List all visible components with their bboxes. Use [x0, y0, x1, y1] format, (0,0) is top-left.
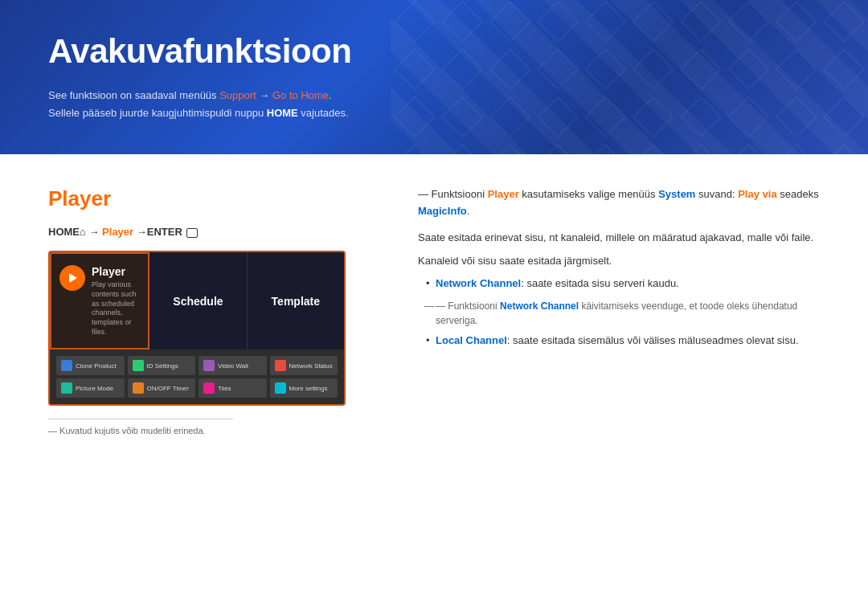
subtitle-line2-pre: Sellele pääseb juurde kaugjuhtimispuldi … — [48, 107, 267, 119]
clone-product-label: Clone Product — [76, 362, 117, 370]
page-title: Avakuvafunktsioon — [48, 32, 820, 71]
network-channel-rest: : saate esitada sisu serveri kaudu. — [521, 277, 679, 289]
section-title: Player — [48, 186, 370, 211]
breadcrumb-enter: ENTER — [147, 226, 182, 238]
enter-icon — [186, 228, 198, 238]
id-settings-icon — [133, 360, 144, 371]
grid-item-more-settings[interactable]: More settings — [270, 378, 338, 398]
network-status-icon — [275, 360, 286, 371]
template-label: Template — [256, 295, 336, 308]
bullet-item-network-channel: Network Channel: saate esitada sisu serv… — [426, 276, 820, 292]
subtitle-line1-pre: See funktsioon on saadaval menüüs — [48, 89, 219, 101]
local-channel-label: Local Channel — [436, 334, 507, 346]
picture-mode-label: Picture Mode — [76, 385, 113, 392]
player-desc: Play various contents such as scheduled … — [92, 280, 140, 337]
clone-product-icon — [61, 360, 72, 371]
network-status-label: Network Status — [289, 362, 333, 370]
picture-mode-icon — [61, 382, 72, 394]
grid-item-picture-mode[interactable]: Picture Mode — [56, 378, 125, 398]
sub-note-pre: ― Funktsiooni — [436, 300, 500, 312]
header-banner: Avakuvafunktsioon See funktsioon on saad… — [0, 0, 868, 154]
player-label: Player — [92, 265, 140, 278]
intro-mid1: kasutamiseks valige menüüs — [519, 188, 658, 200]
more-settings-icon — [275, 382, 286, 394]
grid-item-tiles[interactable]: Tiles — [199, 378, 267, 398]
sub-note: ― Funktsiooni Network Channel käivitamis… — [418, 299, 820, 328]
grid-item-clone-product[interactable]: Clone Product — [56, 356, 125, 375]
bullet-list: Network Channel: saate esitada sisu serv… — [418, 276, 820, 292]
grid-item-network-status[interactable]: Network Status — [270, 356, 338, 375]
left-column: Player HOME⌂ → Player →ENTER Player Play — [48, 186, 370, 435]
on-off-timer-icon — [133, 382, 144, 394]
bullet-item-local-channel: Local Channel: saate esitada sisemälus v… — [426, 333, 820, 349]
svg-rect-1 — [391, 0, 868, 154]
tiles-icon — [203, 382, 215, 394]
main-content: Player HOME⌂ → Player →ENTER Player Play — [0, 154, 868, 468]
player-menu-item-player[interactable]: Player Play various contents such as sch… — [50, 252, 149, 349]
intro-play-via: Play via — [738, 188, 776, 200]
bottom-grid: Clone Product ID Settings Video Wall Net… — [50, 349, 344, 404]
grid-item-video-wall[interactable]: Video Wall — [199, 356, 267, 375]
intro-magicinfo: MagicInfo — [418, 205, 467, 217]
local-channel-rest: : saate esitada sisemälus või välises mä… — [507, 334, 799, 346]
go-to-home-link: Go to Home — [272, 89, 329, 101]
video-wall-icon — [203, 360, 215, 371]
network-channel-label: Network Channel — [436, 277, 521, 289]
svg-marker-2 — [69, 273, 77, 283]
header-subtitle: See funktsioon on saadaval menüüs Suppor… — [48, 87, 820, 122]
body-text-2: Kanaleid või sisu saate esitada järgmise… — [418, 253, 820, 270]
subtitle-line1-post: . — [329, 89, 332, 101]
video-wall-label: Video Wall — [218, 362, 248, 370]
intro-system: System — [658, 188, 695, 200]
intro-mid2: suvand: — [695, 188, 738, 200]
intro-paragraph: ― Funktsiooni Player kasutamiseks valige… — [418, 186, 820, 220]
id-settings-label: ID Settings — [147, 362, 178, 370]
intro-mid3: seadeks — [777, 188, 819, 200]
on-off-timer-label: ON/OFF Timer — [147, 385, 189, 392]
breadcrumb-arrow1: → — [86, 226, 102, 238]
player-icon — [59, 265, 85, 291]
player-screenshot: Player Play various contents such as sch… — [48, 251, 346, 406]
breadcrumb-home: HOME — [48, 226, 80, 238]
bullet-list-2: Local Channel: saate esitada sisemälus v… — [418, 333, 820, 349]
subtitle-arrow: → — [256, 89, 272, 101]
player-menu-item-template[interactable]: Template — [248, 252, 344, 349]
player-menu-item-schedule[interactable]: Schedule — [149, 252, 247, 349]
home-bold: HOME — [267, 107, 298, 119]
intro-player: Player — [488, 188, 519, 200]
schedule-label: Schedule — [158, 295, 238, 308]
breadcrumb-arrow2: → — [133, 226, 147, 238]
breadcrumb-player: Player — [102, 226, 133, 238]
more-settings-label: More settings — [289, 385, 328, 392]
subtitle-line2-post: vajutades. — [298, 107, 349, 119]
grid-item-on-off-timer[interactable]: ON/OFF Timer — [128, 378, 196, 398]
footnote: ― Kuvatud kujutis võib mudeliti erineda. — [48, 419, 233, 435]
tiles-label: Tiles — [218, 385, 231, 392]
sub-note-bold: Network Channel — [500, 300, 579, 312]
intro-pre: ― Funktsiooni — [418, 188, 488, 200]
breadcrumb: HOME⌂ → Player →ENTER — [48, 226, 370, 238]
intro-end: . — [467, 205, 470, 217]
player-menu: Player Play various contents such as sch… — [50, 252, 344, 349]
support-link: Support — [219, 89, 256, 101]
right-column: ― Funktsiooni Player kasutamiseks valige… — [418, 186, 820, 435]
diamond-pattern — [391, 0, 868, 154]
body-text-1: Saate esitada erinevat sisu, nt kanaleid… — [418, 230, 820, 247]
grid-item-id-settings[interactable]: ID Settings — [128, 356, 196, 375]
